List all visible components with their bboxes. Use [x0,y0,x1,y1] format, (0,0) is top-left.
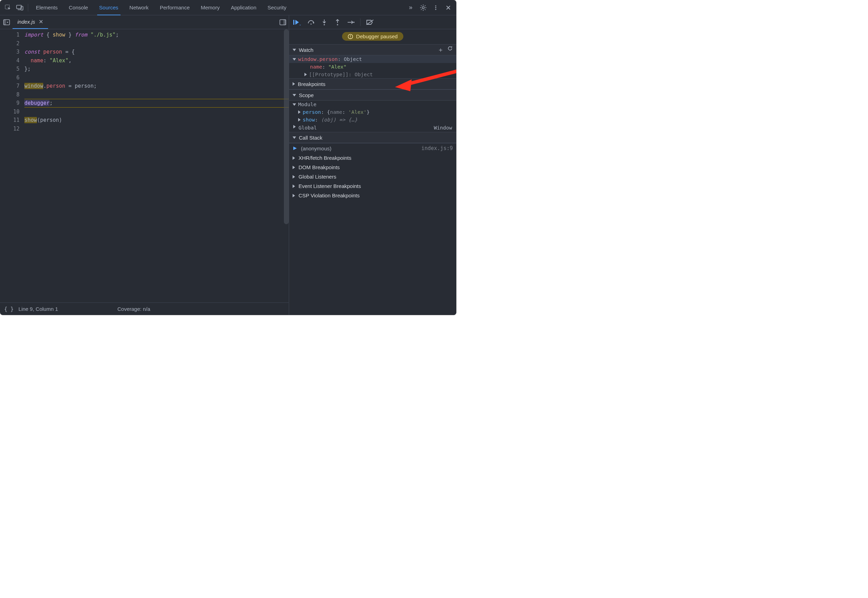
code-line[interactable]: 12 [0,125,289,133]
separator [28,4,28,12]
file-tab-label: index.js [17,19,35,25]
pause-status: Debugger paused [289,29,456,44]
deactivate-breakpoints-icon[interactable] [364,17,376,28]
pane-title: CSP Violation Breakpoints [298,193,360,199]
disclosure-right-icon [292,175,295,179]
scope-var-show[interactable]: show: (obj) => {…} [289,116,456,124]
devtools-window: ElementsConsoleSourcesNetworkPerformance… [0,0,456,315]
disclosure-right-icon [292,194,295,197]
watch-child-prototype[interactable]: [[Prototype]]: Object [289,71,456,78]
step-icon[interactable] [345,17,357,28]
toggle-sidebar-right-icon[interactable] [277,16,289,28]
line-number: 8 [0,91,24,99]
svg-point-13 [324,24,325,25]
panel-tab-application[interactable]: Application [225,0,262,15]
code-content: const person = { [24,48,289,56]
line-number: 9 [0,99,24,108]
coverage-status[interactable]: Coverage: n/a [117,306,285,312]
code-line[interactable]: 1import { show } from "./b.js"; [0,31,289,39]
watch-header[interactable]: Watch ＋ [289,44,456,55]
svg-point-3 [422,7,424,9]
brackets-icon[interactable]: { } [4,306,13,312]
code-line[interactable]: 10 [0,108,289,116]
code-content [24,73,289,82]
svg-point-17 [350,37,351,38]
svg-point-5 [435,7,436,8]
line-number: 11 [0,116,24,125]
inspect-icon[interactable] [2,2,14,13]
disclosure-down-icon [292,58,296,61]
watch-tree: window.person: Object name: "Alex" [[Pro… [289,55,456,78]
panel-tab-performance[interactable]: Performance [154,0,195,15]
code-line[interactable]: 8 [0,91,289,99]
disclosure-right-icon [298,110,301,114]
scope-header[interactable]: Scope [289,90,456,100]
debugger-toolbar: ⌄ [289,15,456,29]
settings-icon[interactable] [417,2,429,13]
scope-module[interactable]: Module [289,100,456,108]
watch-expression[interactable]: window.person: Object [289,55,456,63]
code-line[interactable]: 11show(person) [0,116,289,125]
refresh-watch-icon[interactable] [447,46,453,54]
device-toggle-icon[interactable] [14,2,26,13]
close-tab-icon[interactable]: ✕ [39,18,43,25]
panel-tab-security[interactable]: Security [262,0,292,15]
code-line[interactable]: 4 name: "Alex", [0,56,289,65]
pane-header-dom-breakpoints[interactable]: DOM Breakpoints [289,163,456,172]
pane-header-event-listener-breakpoints[interactable]: Event Listener Breakpoints [289,181,456,191]
scope-var-person[interactable]: person: {name: 'Alex'} [289,108,456,116]
panel-tab-memory[interactable]: Memory [195,0,225,15]
disclosure-right-icon [292,184,295,188]
breakpoints-header[interactable]: Breakpoints [289,78,456,90]
add-watch-icon[interactable]: ＋ [438,46,444,54]
disclosure-right-icon [292,166,295,169]
disclosure-down-icon [292,136,296,139]
code-content: import { show } from "./b.js"; [24,31,289,39]
step-over-icon[interactable] [305,17,317,28]
panel-tab-elements[interactable]: Elements [30,0,63,15]
kebab-menu-icon[interactable] [430,2,442,13]
main-toolbar: ElementsConsoleSourcesNetworkPerformance… [0,0,456,15]
code-content: name: "Alex", [24,56,289,65]
callstack-frame[interactable]: (anonymous) index.js:9 [289,143,456,153]
code-line[interactable]: 7window.person = person; [0,82,289,91]
step-out-icon[interactable] [331,17,343,28]
resume-icon[interactable]: ⌄ [292,17,304,28]
panel-tab-sources[interactable]: Sources [94,0,124,15]
line-number: 2 [0,39,24,48]
code-content [24,108,289,116]
show-navigator-icon[interactable] [1,16,12,28]
svg-rect-10 [284,19,286,25]
step-into-icon[interactable] [318,17,330,28]
code-editor[interactable]: 1import { show } from "./b.js";23const p… [0,29,289,302]
code-content: debugger; [24,99,289,108]
sources-editor-pane: index.js ✕ 1import { show } from "./b.js… [0,15,289,315]
panel-tab-network[interactable]: Network [124,0,154,15]
code-line[interactable]: 9debugger; [0,99,289,108]
scope-global[interactable]: Global Window [289,124,456,132]
panel-tab-console[interactable]: Console [63,0,94,15]
svg-rect-11 [293,20,294,25]
more-tabs-button[interactable]: » [405,2,417,13]
scope-title: Scope [299,92,314,98]
main-split: index.js ✕ 1import { show } from "./b.js… [0,15,456,315]
code-line[interactable]: 6 [0,73,289,82]
close-devtools-icon[interactable] [442,2,454,13]
pane-header-xhr-fetch-breakpoints[interactable]: XHR/fetch Breakpoints [289,153,456,163]
pane-header-csp-violation-breakpoints[interactable]: CSP Violation Breakpoints [289,191,456,200]
watch-title: Watch [299,47,313,53]
code-line[interactable]: 2 [0,39,289,48]
breakpoints-title: Breakpoints [298,81,325,87]
callstack-title: Call Stack [299,135,322,141]
file-tab-indexjs[interactable]: index.js ✕ [12,15,48,29]
callstack-header[interactable]: Call Stack [289,132,456,143]
debugger-pane: ⌄ [289,15,456,315]
file-tabstrip: index.js ✕ [0,15,289,29]
editor-scrollbar[interactable] [284,29,289,302]
code-content [24,91,289,99]
pane-header-global-listeners[interactable]: Global Listeners [289,172,456,181]
code-line[interactable]: 3const person = { [0,48,289,56]
watch-child-name[interactable]: name: "Alex" [289,63,456,71]
current-frame-icon [292,146,297,151]
code-line[interactable]: 5}; [0,65,289,73]
